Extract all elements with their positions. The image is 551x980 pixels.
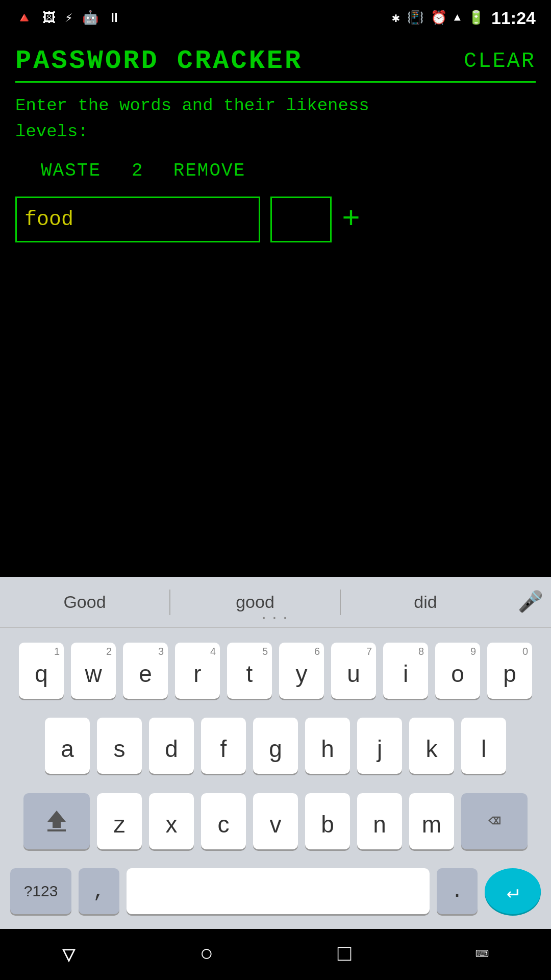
status-bar: 🔺 🖼 ⚡ 🤖 ⏸ ✱ 📳 ⏰ ▲ 🔋 11:24: [0, 0, 551, 36]
nav-back-button[interactable]: ▽: [62, 941, 76, 968]
key-g[interactable]: g: [253, 718, 298, 774]
description-text: Enter the words and their likeness level…: [15, 93, 536, 145]
pause-icon: ⏸: [108, 10, 121, 26]
key-r[interactable]: 4 r: [175, 643, 220, 699]
suggestion-2[interactable]: did: [341, 592, 510, 612]
app-header: PASSWORD CRACKER CLEAR: [15, 46, 536, 83]
shift-body: [53, 822, 61, 828]
clear-button[interactable]: CLEAR: [464, 49, 536, 74]
key-row-2: a s d f g h j k l: [5, 718, 546, 774]
android-icon: 🤖: [82, 10, 98, 26]
number-input[interactable]: [270, 197, 332, 242]
status-icons-right: ✱ 📳 ⏰ ▲ 🔋 11:24: [392, 8, 536, 28]
app-area: PASSWORD CRACKER CLEAR Enter the words a…: [0, 36, 551, 526]
key-p[interactable]: 0 p: [487, 643, 532, 699]
key-t[interactable]: 5 t: [227, 643, 272, 699]
description-line1: Enter the words and their likeness: [15, 96, 369, 115]
clock-icon: ⏰: [431, 10, 447, 26]
enter-icon: ↵: [507, 879, 519, 904]
status-icons-left: 🔺 🖼 ⚡ 🤖 ⏸: [15, 9, 121, 27]
nav-home-button[interactable]: ○: [200, 942, 213, 967]
keyboard-area: Good good did 🎤 ... 1 q 2 w 3 e 4 r: [0, 577, 551, 929]
key-b[interactable]: b: [305, 793, 350, 849]
app-title: PASSWORD CRACKER: [15, 46, 303, 76]
key-e[interactable]: 3 e: [123, 643, 168, 699]
key-space-button[interactable]: [127, 868, 430, 914]
word-row: WASTE 2 REMOVE: [15, 160, 536, 181]
suggestion-1[interactable]: good: [170, 592, 340, 612]
backspace-key[interactable]: ⌫: [461, 793, 528, 849]
key-s[interactable]: s: [97, 718, 142, 774]
key-x[interactable]: x: [149, 793, 194, 849]
nav-keyboard-button[interactable]: ⌨: [475, 941, 489, 968]
suggestions-bar: Good good did 🎤 ...: [0, 577, 551, 628]
key-h[interactable]: h: [305, 718, 350, 774]
key-f[interactable]: f: [201, 718, 246, 774]
lightning-icon: ⚡: [65, 10, 73, 26]
bluetooth-icon: ✱: [392, 10, 400, 26]
image-icon: 🖼: [42, 10, 56, 26]
nav-recent-button[interactable]: □: [338, 942, 351, 967]
key-123-button[interactable]: ?123: [10, 868, 71, 914]
key-i[interactable]: 8 i: [383, 643, 428, 699]
suggestions-dots: ...: [260, 607, 291, 623]
key-v[interactable]: v: [253, 793, 298, 849]
key-c[interactable]: c: [201, 793, 246, 849]
word-list: WASTE 2 REMOVE: [15, 160, 536, 181]
nav-bar: ▽ ○ □ ⌨: [0, 929, 551, 980]
key-n[interactable]: n: [357, 793, 402, 849]
key-u[interactable]: 7 u: [331, 643, 376, 699]
key-k[interactable]: k: [409, 718, 454, 774]
vlc-icon: 🔺: [15, 9, 33, 27]
key-o[interactable]: 9 o: [435, 643, 480, 699]
input-row: +: [15, 197, 536, 242]
key-comma-button[interactable]: ,: [79, 868, 119, 914]
word-number: 2: [132, 160, 143, 181]
description-line2: levels:: [15, 122, 88, 141]
shift-arrow-up: [47, 811, 66, 822]
key-a[interactable]: a: [45, 718, 90, 774]
word-input[interactable]: [15, 197, 260, 242]
key-d[interactable]: d: [149, 718, 194, 774]
key-row-1: 1 q 2 w 3 e 4 r 5 t 6 y: [5, 643, 546, 699]
key-rows: 1 q 2 w 3 e 4 r 5 t 6 y: [0, 628, 551, 929]
backspace-icon: ⌫: [488, 808, 500, 834]
key-m[interactable]: m: [409, 793, 454, 849]
shift-line: [47, 829, 66, 831]
add-button[interactable]: +: [342, 204, 360, 235]
shift-key[interactable]: [23, 793, 90, 849]
clock-time: 11:24: [491, 8, 536, 28]
word-value: WASTE: [41, 160, 101, 181]
signal-icon: ▲: [454, 12, 461, 24]
key-bottom-row: ?123 , . ↵: [5, 868, 546, 919]
key-q[interactable]: 1 q: [19, 643, 64, 699]
key-period-button[interactable]: .: [437, 868, 478, 914]
remove-button[interactable]: REMOVE: [173, 160, 246, 181]
key-z[interactable]: z: [97, 793, 142, 849]
battery-icon: 🔋: [468, 10, 484, 26]
key-j[interactable]: j: [357, 718, 402, 774]
key-row-3: z x c v b n m ⌫: [5, 793, 546, 849]
key-l[interactable]: l: [461, 718, 506, 774]
key-y[interactable]: 6 y: [279, 643, 324, 699]
key-enter-button[interactable]: ↵: [485, 868, 541, 914]
mic-button[interactable]: 🎤: [510, 590, 551, 615]
suggestion-0[interactable]: Good: [0, 592, 169, 612]
key-w[interactable]: 2 w: [71, 643, 116, 699]
vibrate-icon: 📳: [407, 10, 423, 26]
